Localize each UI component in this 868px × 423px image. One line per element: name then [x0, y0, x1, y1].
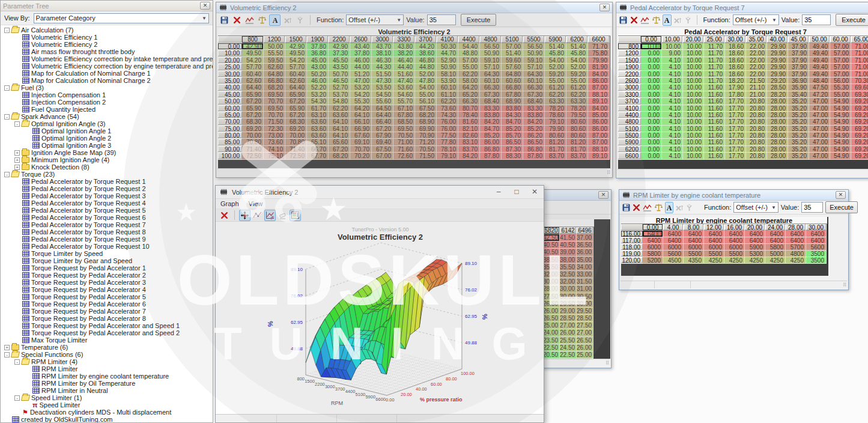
table-cell[interactable]: 4350 — [684, 257, 704, 264]
table-cell[interactable]: 70.20 — [350, 153, 372, 159]
table-cell[interactable]: 4500 — [663, 257, 684, 264]
table-cell[interactable]: 5600 — [806, 244, 827, 251]
column-header[interactable]: 3000 — [372, 36, 393, 43]
table-cell[interactable]: 80.60 — [566, 126, 588, 132]
table-cell[interactable]: 26.00 — [560, 329, 577, 336]
table-cell[interactable]: 38.20 — [393, 50, 415, 56]
tree-item[interactable]: Pedal Accelerator by Torque Request 5 — [1, 207, 213, 214]
table-cell[interactable]: 28.00 — [767, 118, 788, 125]
table-cell[interactable]: 6400 — [724, 231, 745, 237]
table-cell[interactable]: 66.30 — [480, 84, 502, 91]
eraser-icon[interactable] — [277, 210, 288, 221]
table-cell[interactable]: 66.80 — [264, 78, 285, 84]
table-cell[interactable]: 86.00 — [588, 78, 610, 84]
tree-item[interactable]: Pedal Accelerator by Torque Request 10 — [1, 243, 213, 250]
table-cell[interactable]: 89.10 — [588, 98, 610, 105]
table-cell[interactable]: 50.00 — [264, 43, 285, 50]
table-cell[interactable]: 10.00 — [662, 43, 683, 50]
tree-item[interactable]: Air mass flow throught throttle body — [1, 48, 213, 55]
table-cell[interactable]: 43.70 — [372, 43, 393, 50]
table-cell[interactable]: 71.60 — [393, 146, 415, 153]
table-cell[interactable]: 55.00 — [458, 64, 480, 70]
table-cell[interactable]: 67.60 — [350, 132, 372, 139]
table-cell[interactable]: 83.80 — [523, 112, 545, 118]
save-icon[interactable] — [619, 14, 628, 26]
tree-item[interactable]: Torque Request by Pedal Accelerator 8 — [1, 315, 213, 322]
table-cell[interactable]: 6400 — [684, 231, 704, 237]
table-cell[interactable]: 11.70 — [704, 64, 725, 70]
table-cell[interactable]: 69.20 — [851, 146, 868, 153]
row-header[interactable]: 20.00 — [218, 57, 242, 64]
tree-item[interactable]: +Knock Detection (8) — [1, 163, 213, 171]
table-cell[interactable]: 83.70 — [566, 153, 588, 159]
table-cell[interactable]: 55.00 — [545, 78, 566, 84]
table-cell[interactable]: 32.00 — [543, 271, 560, 278]
table-cell[interactable]: 35.20 — [788, 112, 809, 118]
table-cell[interactable]: 47.00 — [809, 126, 830, 132]
table-cell[interactable]: 53.50 — [372, 84, 393, 91]
row-header[interactable]: 1500 — [618, 57, 641, 64]
column-header[interactable]: 6200 — [566, 36, 588, 43]
column-header[interactable]: 10.00 — [662, 36, 683, 43]
row-header[interactable]: 4100 — [618, 105, 641, 112]
execute-button[interactable]: Execute — [836, 14, 868, 26]
table-cell[interactable]: 50.90 — [480, 50, 502, 56]
table-cell[interactable]: 70.80 — [285, 139, 307, 145]
table-cell[interactable]: 54.90 — [830, 105, 851, 112]
table-cell[interactable]: 61.20 — [545, 84, 566, 91]
table-cell[interactable]: 74.10 — [264, 146, 285, 153]
table-cell[interactable]: 37.30 — [329, 50, 350, 56]
table-cell[interactable]: 84.20 — [480, 118, 502, 125]
table-cell[interactable]: 49.50 — [242, 50, 264, 56]
table-cell[interactable]: 4.10 — [662, 105, 683, 112]
table-cell[interactable]: 64.80 — [264, 71, 285, 78]
table-cell[interactable]: 51.40 — [502, 50, 523, 56]
table-cell[interactable]: 11.60 — [704, 118, 725, 125]
save-icon[interactable] — [219, 14, 230, 26]
close-icon[interactable]: ✕ — [836, 191, 846, 199]
row-header[interactable]: 5500 — [618, 132, 641, 139]
table-cell[interactable]: 71.70 — [588, 43, 610, 50]
row-header[interactable]: 119.00 — [621, 251, 643, 257]
table-cell[interactable]: 28.00 — [543, 285, 560, 293]
row-header[interactable]: 120.00 — [621, 257, 643, 264]
table-cell[interactable]: 10.00 — [683, 50, 704, 56]
table-cell[interactable]: 70.30 — [851, 78, 868, 84]
column-header[interactable]: 28.00 — [786, 224, 806, 231]
table-cell[interactable]: 61.20 — [566, 84, 588, 91]
table-cell[interactable]: 25.50 — [560, 337, 577, 344]
table-cell[interactable]: 0.00 — [641, 64, 662, 70]
table-cell[interactable]: 6000 — [663, 244, 684, 251]
table-cell[interactable]: 63.60 — [307, 126, 329, 132]
column-header[interactable]: 3700 — [415, 36, 437, 43]
table-cell[interactable]: 63.30 — [566, 98, 588, 105]
table-cell[interactable]: 66.40 — [372, 118, 393, 125]
table-cell[interactable]: 24.50 — [560, 344, 577, 351]
table-cell[interactable]: 54.20 — [350, 91, 372, 98]
table-cell[interactable]: 60.60 — [502, 78, 523, 84]
table-cell[interactable]: 37.90 — [788, 43, 809, 50]
table-cell[interactable]: 54.90 — [830, 153, 851, 159]
table-cell[interactable]: 56.50 — [523, 43, 545, 50]
table-cell[interactable]: 54.00 — [545, 57, 566, 64]
row-header[interactable]: 5100 — [618, 126, 641, 132]
table-cell[interactable]: 66.90 — [350, 126, 372, 132]
table-cell[interactable]: 69.20 — [851, 126, 868, 132]
table-cell[interactable]: 69.50 — [393, 126, 415, 132]
table-cell[interactable]: 37.90 — [788, 64, 809, 70]
row-header[interactable]: 118.00 — [621, 244, 643, 251]
table-cell[interactable]: 17.90 — [725, 84, 746, 91]
table-cell[interactable]: 68.20 — [415, 112, 437, 118]
tree-item[interactable]: Pedal Accelerator by Torque Request 3 — [1, 192, 213, 199]
close-icon[interactable]: ✕ — [200, 2, 210, 10]
table-cell[interactable]: 71.20 — [415, 139, 437, 145]
table-cell[interactable]: 29.20 — [767, 78, 788, 84]
table-cell[interactable]: 5300 — [745, 251, 765, 257]
execute-button[interactable]: Execute — [461, 14, 497, 26]
row-header[interactable]: 5900 — [618, 139, 641, 145]
table-cell[interactable]: 34.00 — [577, 264, 593, 271]
row-header[interactable]: 60.00 — [218, 105, 242, 112]
table-cell[interactable]: 67.20 — [372, 126, 393, 132]
table-cell[interactable]: 10.00 — [683, 43, 704, 50]
compare-icon[interactable] — [654, 202, 664, 213]
